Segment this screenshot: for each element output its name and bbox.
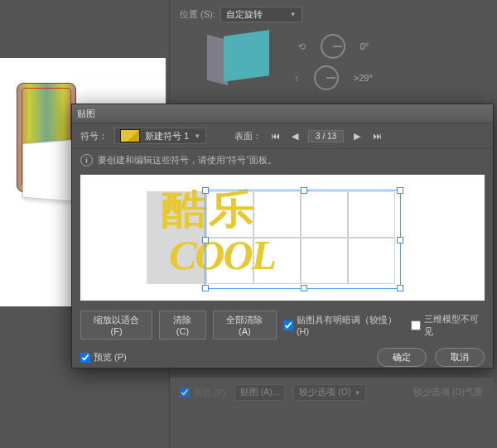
prev-surface-button[interactable]: ◀ [288, 129, 302, 142]
symbol-name: 新建符号 1 [145, 130, 189, 142]
selection-bounds[interactable] [205, 190, 401, 289]
symbol-toolbar: 符号： 新建符号 1 ▼ 表面： ⏮ ◀ 3 / 13 ▶ ⏭ [72, 123, 493, 149]
handle-tl[interactable] [202, 187, 209, 194]
invisible-checkbox-row[interactable]: 三维模型不可见 [411, 313, 485, 338]
cube-front-face [224, 30, 269, 82]
info-row: i 要创建和编辑这些符号，请使用“符号”面板。 [72, 149, 493, 171]
shade-label: 贴图具有明暗调（较慢）(H) [297, 314, 404, 336]
symbol-field-label: 符号： [80, 130, 108, 142]
surface-index-box[interactable]: 3 / 13 [308, 130, 344, 142]
surface-label: 表面： [234, 130, 262, 142]
rotation-value: 0° [360, 41, 369, 51]
clear-all-button[interactable]: 全部清除 (A) [213, 311, 277, 340]
handle-ml[interactable] [202, 237, 209, 243]
parent-map-button: 贴图 (A)... [234, 384, 286, 401]
tilt-dial[interactable] [314, 65, 339, 90]
dialog-footer: 预览 (P) 确定 取消 [72, 344, 493, 375]
parent-preview-label: 预览 (P) [193, 387, 226, 399]
parent-less-options: 较少选项 (O)▼ [293, 384, 366, 401]
invisible-label: 三维模型不可见 [424, 313, 485, 338]
next-surface-button[interactable]: ▶ [350, 129, 364, 142]
position-combo[interactable]: 自定旋转 ▼ [220, 7, 302, 22]
preview-checkbox[interactable] [80, 353, 90, 363]
cube-preview[interactable] [207, 25, 282, 91]
parent-preview-check: 预览 (P) [180, 387, 226, 399]
rotate-icon: ⟲ [298, 41, 306, 52]
action-row: 缩放以适合 (F) 清除 (C) 全部清除 (A) 贴图具有明暗调（较慢）(H)… [72, 304, 493, 344]
dialog-titlebar[interactable]: 贴图 [72, 104, 493, 123]
info-icon: i [80, 154, 93, 166]
map-art-dialog: 贴图 符号： 新建符号 1 ▼ 表面： ⏮ ◀ 3 / 13 ▶ ⏭ i 要创建… [71, 104, 494, 369]
shade-checkbox[interactable] [283, 320, 293, 330]
preview-label: 预览 (P) [94, 351, 127, 364]
tilt-icon: ↕ [294, 73, 299, 83]
handle-bm[interactable] [301, 285, 307, 291]
parent-dialog-fragment: 预览 (P) 贴图 (A)... 较少选项 (O)▼ 较少选项 (O)气置 [170, 377, 493, 444]
chevron-down-icon: ▼ [194, 132, 200, 140]
handle-tm[interactable] [301, 187, 307, 194]
tilt-value: >29° [354, 73, 373, 83]
handle-bl[interactable] [202, 285, 209, 291]
shade-checkbox-row[interactable]: 贴图具有明暗调（较慢）(H) [283, 314, 404, 336]
invisible-checkbox[interactable] [411, 320, 421, 330]
surface-total: 13 [327, 132, 336, 141]
cancel-button[interactable]: 取消 [435, 348, 485, 367]
parent-more-options: 较少选项 (O)气置 [413, 387, 483, 398]
ok-button[interactable]: 确定 [377, 348, 427, 367]
first-surface-button[interactable]: ⏮ [268, 129, 282, 142]
handle-tr[interactable] [397, 187, 403, 194]
preview-checkbox-row[interactable]: 预览 (P) [80, 351, 127, 364]
handle-br[interactable] [397, 285, 403, 291]
surface-current: 3 [316, 132, 321, 141]
clear-button[interactable]: 清除 (C) [159, 311, 206, 340]
rotation-dial[interactable] [321, 34, 345, 59]
position-value: 自定旋转 [226, 8, 263, 21]
position-label: 位置 (S): [180, 8, 215, 21]
chevron-down-icon: ▼ [290, 11, 297, 18]
scale-to-fit-button[interactable]: 缩放以适合 (F) [80, 311, 152, 340]
dialog-title: 贴图 [77, 108, 95, 120]
symbol-combo[interactable]: 新建符号 1 ▼ [114, 128, 206, 144]
last-surface-button[interactable]: ⏭ [370, 129, 384, 142]
symbol-swatch-icon [120, 129, 140, 142]
handle-mr[interactable] [397, 237, 403, 243]
map-preview-area[interactable]: 酷乐 COOL [80, 175, 485, 301]
info-text: 要创建和编辑这些符号，请使用“符号”面板。 [98, 155, 277, 166]
